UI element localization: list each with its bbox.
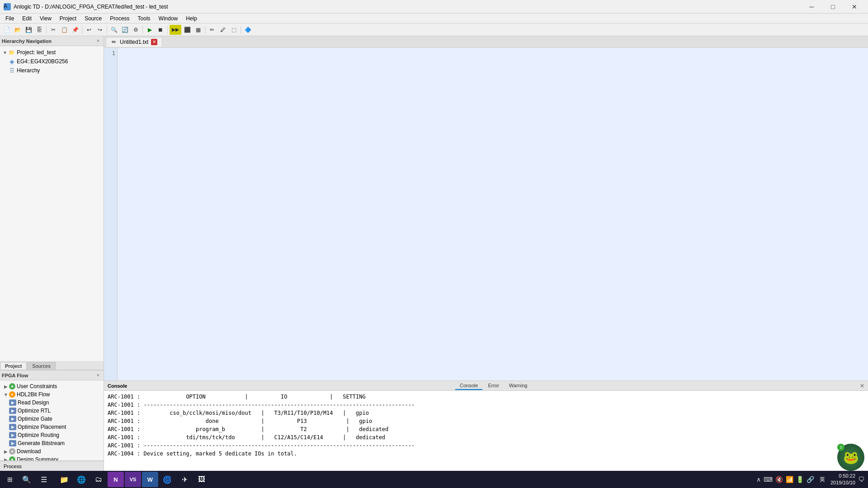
menu-help[interactable]: Help <box>182 14 201 23</box>
toolbar-search[interactable]: 🔍 <box>109 25 119 35</box>
toolbar-undo[interactable]: ↩ <box>84 25 94 35</box>
hierarchy-icon: ☰ <box>8 67 15 74</box>
taskbar-app-mail[interactable]: ✈ <box>176 472 193 487</box>
hierarchy-panel-title: Hierarchy Navigation <box>2 38 52 44</box>
taskbar-lang[interactable]: 英 <box>817 476 828 483</box>
toolbar-settings[interactable]: ⚙ <box>131 25 141 35</box>
fpga-read-design[interactable]: ▶ Read Design <box>2 399 102 407</box>
taskbar-app-files[interactable]: 📁 <box>56 472 72 487</box>
toolbar-paste[interactable]: 📌 <box>70 25 80 35</box>
taskbar-app-dev[interactable]: VS <box>125 472 141 487</box>
fpga-user-constraints[interactable]: ▶ ● User Constraints <box>2 382 102 390</box>
taskbar-notification-icon[interactable]: 🗨 <box>858 476 864 483</box>
console-tab-error[interactable]: Error <box>483 382 503 390</box>
taskbar-wifi-icon[interactable]: 📶 <box>786 476 793 483</box>
hdl2bit-expand-icon[interactable]: ▼ <box>3 391 9 398</box>
menu-file[interactable]: File <box>2 14 18 23</box>
toolbar-draw[interactable]: 🖉 <box>218 25 228 35</box>
toolbar-build[interactable]: ▶▶ <box>170 25 181 35</box>
toolbar-save-all[interactable]: 🗄 <box>34 25 44 35</box>
menu-window[interactable]: Window <box>155 14 182 23</box>
mascot[interactable]: 🐸 3 <box>837 444 864 471</box>
toolbar-copy[interactable]: 📋 <box>59 25 69 35</box>
editor-tab-untitled[interactable]: ✏ Untitled1.txt ✕ <box>106 37 162 47</box>
fpga-download[interactable]: ▶ ● Download <box>2 447 102 455</box>
taskbar-volume-icon[interactable]: 🔇 <box>775 476 783 483</box>
tab-project[interactable]: Project <box>0 362 27 370</box>
minimize-button[interactable]: ─ <box>802 0 822 14</box>
toolbar-redo[interactable]: ↪ <box>95 25 105 35</box>
menu-source[interactable]: Source <box>81 14 105 23</box>
toolbar-save[interactable]: 💾 <box>24 25 33 35</box>
taskbar-search-icon: 🔍 <box>22 475 31 484</box>
panel-tab-row: Project Sources <box>0 361 104 370</box>
process-tab[interactable]: Process <box>0 461 104 471</box>
project-expand-icon[interactable]: ▼ <box>2 49 8 56</box>
toolbar-stop[interactable]: ⏹ <box>156 25 165 35</box>
menu-edit[interactable]: Edit <box>19 14 35 23</box>
taskbar-search-btn[interactable]: 🔍 <box>19 472 35 487</box>
toolbar-pencil[interactable]: ✏ <box>207 25 217 35</box>
fpga-generate-bitstream[interactable]: ▶ Generate Bitstream <box>2 439 102 447</box>
taskbar-app-edge[interactable]: 🌐 <box>73 472 90 487</box>
toolbar-run[interactable]: ▶ <box>145 25 155 35</box>
tree-project[interactable]: ▼ 📁 Project: led_test <box>2 48 102 57</box>
toolbar-flow[interactable]: 🔷 <box>243 25 253 35</box>
toolbar-sep-2 <box>82 26 82 34</box>
console-tab-warning[interactable]: Warning <box>505 382 532 390</box>
project-label: Project: led_test <box>17 49 56 56</box>
taskbar-keyboard-icon[interactable]: ⌨ <box>764 476 773 483</box>
toolbar-cut[interactable]: ✂ <box>48 25 58 35</box>
taskbar-clock[interactable]: 0:50:22 2019/10/10 <box>830 473 855 487</box>
fpga-close-btn[interactable]: × <box>94 372 102 379</box>
console-close-btn[interactable]: ✕ <box>860 383 864 389</box>
taskbar-link-icon[interactable]: 🔗 <box>807 476 814 483</box>
taskbar-start-button[interactable]: ⊞ <box>2 472 18 487</box>
taskbar-battery-icon[interactable]: 🔋 <box>796 476 804 483</box>
taskbar-app-onenote[interactable]: N <box>108 472 124 487</box>
taskbar-up-arrow[interactable]: ∧ <box>756 476 761 483</box>
code-content[interactable] <box>118 48 868 380</box>
menu-view[interactable]: View <box>36 14 55 23</box>
editor-tab-close-btn[interactable]: ✕ <box>151 39 157 45</box>
fpga-optimize-routing[interactable]: ▶ Optimize Routing <box>2 431 102 439</box>
hierarchy-panel: Hierarchy Navigation × ▼ 📁 Project: led_… <box>0 36 104 371</box>
fpga-hdl2bit[interactable]: ▼ ● HDL2Bit Flow <box>2 390 102 399</box>
editor-tab-bar: ✏ Untitled1.txt ✕ <box>104 36 868 48</box>
fpga-optimize-gate[interactable]: ▶ Optimize Gate <box>2 415 102 423</box>
toolbar-step[interactable]: ⬛ <box>182 25 192 35</box>
hierarchy-close-btn[interactable]: × <box>94 38 102 45</box>
taskbar-app-edge2[interactable]: 🌀 <box>159 472 175 487</box>
menu-tools[interactable]: Tools <box>134 14 154 23</box>
taskbar-app-explorer[interactable]: 🗂 <box>90 472 107 487</box>
tree-chip[interactable]: ◈ EG4::EG4X20BG256 <box>2 57 102 66</box>
fpga-panel-header: FPGA Flow × <box>0 371 104 380</box>
menu-project[interactable]: Project <box>56 14 80 23</box>
maximize-button[interactable]: □ <box>823 0 843 14</box>
console-content[interactable]: ARC-1001 : OPTION | IO | SETTING ARC-100… <box>104 391 868 471</box>
toolbar-replace[interactable]: 🔄 <box>120 25 130 35</box>
menu-process[interactable]: Process <box>106 14 133 23</box>
taskbar-app-word[interactable]: W <box>142 472 158 487</box>
tab-sources[interactable]: Sources <box>27 362 55 370</box>
download-expand-icon[interactable]: ▶ <box>3 448 9 455</box>
close-button[interactable]: ✕ <box>844 0 864 14</box>
toolbar-layout[interactable]: ▦ <box>193 25 203 35</box>
design-summary-expand-icon[interactable]: ▶ <box>3 456 9 460</box>
fpga-optimize-rtl[interactable]: ▶ Optimize RTL <box>2 407 102 415</box>
fpga-design-summary[interactable]: ▶ ● Design Summary <box>2 455 102 460</box>
taskbar-task-view-btn[interactable]: ☰ <box>36 472 52 487</box>
toolbar-select[interactable]: ⬚ <box>229 25 239 35</box>
design-summary-label: Design Summary <box>17 456 58 460</box>
toolbar-sep-5 <box>167 26 168 34</box>
toolbar-new[interactable]: 📄 <box>2 25 12 35</box>
fpga-optimize-placement[interactable]: ▶ Optimize Placement <box>2 423 102 431</box>
toolbar-open[interactable]: 📂 <box>13 25 23 35</box>
code-editor[interactable]: 1 <box>104 48 868 380</box>
taskbar-app-photos[interactable]: 🖼 <box>193 472 210 487</box>
generate-bitstream-label: Generate Bitstream <box>18 440 65 446</box>
tree-hierarchy[interactable]: ☰ Hierarchy <box>2 66 102 75</box>
console-tab-console[interactable]: Console <box>455 382 482 390</box>
line-numbers: 1 <box>104 48 118 380</box>
user-constraints-expand-icon[interactable]: ▶ <box>3 383 9 389</box>
